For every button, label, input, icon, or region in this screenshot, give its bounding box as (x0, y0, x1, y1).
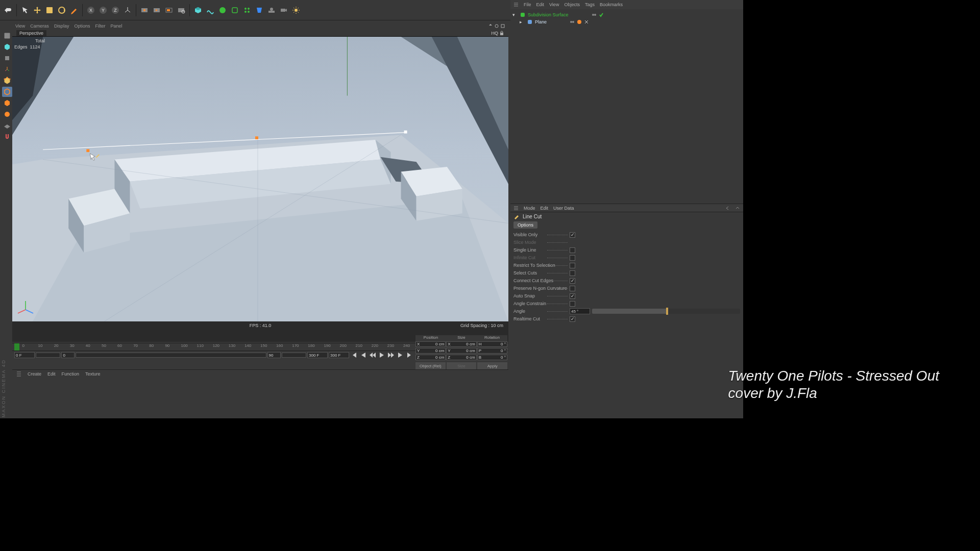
funcbar-create[interactable]: Create (28, 371, 41, 377)
prev-frame-button[interactable] (369, 352, 377, 359)
coord-size-select[interactable]: Size (447, 362, 477, 369)
om-menu-view[interactable]: View (549, 2, 559, 7)
object-row[interactable]: ▸Plane (512, 18, 741, 26)
am-up-icon[interactable] (735, 206, 740, 211)
timeline-track-start[interactable] (61, 352, 75, 358)
coord-rot-input[interactable]: P0 ° (477, 348, 507, 354)
array-button[interactable] (242, 5, 252, 15)
tree-toggle[interactable]: ▾ (512, 12, 518, 17)
prev-key-button[interactable] (359, 352, 368, 359)
render-region-button[interactable] (164, 5, 174, 15)
snap-button[interactable] (2, 132, 12, 142)
environment-button[interactable] (266, 5, 277, 15)
coord-size-input[interactable]: Z0 cm (446, 355, 476, 360)
coord-apply-button[interactable]: Apply (477, 362, 507, 369)
timeline-playhead[interactable] (14, 343, 19, 350)
timeline-end-input[interactable] (307, 352, 328, 358)
number-input[interactable] (570, 308, 590, 314)
last-tool[interactable] (69, 5, 79, 15)
scale-tool[interactable] (44, 5, 55, 15)
coord-pos-input[interactable]: Z0 cm (415, 355, 446, 360)
next-key-button[interactable] (396, 352, 404, 359)
visibility-tag[interactable] (591, 12, 597, 18)
model-mode-button[interactable] (2, 42, 12, 52)
am-expand-icon[interactable] (513, 206, 519, 211)
light-button[interactable] (291, 5, 301, 15)
subdivision-button[interactable] (230, 5, 240, 15)
am-menu-mode[interactable]: Mode (524, 206, 535, 211)
am-menu-userdata[interactable]: User Data (553, 206, 574, 211)
coord-pos-input[interactable]: Y0 cm (415, 348, 446, 354)
coord-size-input[interactable]: Y0 cm (446, 348, 476, 354)
funcbar-function[interactable]: Function (62, 371, 80, 377)
primitive-cube-button[interactable] (193, 5, 203, 15)
funcbar-texture[interactable]: Texture (85, 371, 101, 377)
viewport-hq-label[interactable]: HQ (492, 31, 499, 36)
timeline-start-input[interactable] (14, 352, 35, 358)
am-menu-edit[interactable]: Edit (541, 206, 549, 211)
checkbox[interactable] (570, 247, 575, 253)
timeline-fps-input[interactable] (329, 352, 349, 358)
object-name[interactable]: Subdivision Surface (528, 12, 569, 17)
vp-nav-icon[interactable] (488, 23, 505, 29)
am-back-icon[interactable] (725, 206, 730, 211)
axis-y-button[interactable]: Y (98, 5, 108, 15)
om-menu-file[interactable]: File (524, 2, 531, 7)
checkbox[interactable] (570, 270, 575, 276)
vp-menu-filter[interactable]: Filter (95, 23, 105, 29)
vp-menu-options[interactable]: Options (74, 23, 90, 29)
coord-mode-select[interactable]: Object (Rel) (415, 362, 446, 369)
render-settings-button[interactable] (176, 5, 186, 15)
polygon-mode-button[interactable] (2, 98, 12, 108)
make-editable-button[interactable] (2, 31, 12, 41)
render-pv-button[interactable] (152, 5, 162, 15)
point-mode-button[interactable] (2, 76, 12, 86)
timeline-track[interactable] (76, 353, 266, 358)
object-tree[interactable]: ▾Subdivision Surface▸Plane (510, 9, 743, 28)
phong-tag[interactable] (576, 19, 582, 25)
rotate-tool[interactable] (57, 5, 67, 15)
timeline-range-end[interactable] (282, 353, 306, 358)
checkbox[interactable] (570, 263, 575, 268)
undo-button[interactable] (3, 5, 13, 15)
slider[interactable] (592, 309, 740, 314)
vp-menu-cameras[interactable]: Cameras (30, 23, 49, 29)
next-frame-button[interactable] (387, 352, 395, 359)
object-mode-button[interactable] (2, 53, 12, 63)
object-name[interactable]: Plane (535, 19, 547, 24)
om-menu-edit[interactable]: Edit (536, 2, 545, 7)
generator-button[interactable] (217, 5, 228, 15)
move-tool[interactable] (32, 5, 42, 15)
om-menu-bookmarks[interactable]: Bookmarks (600, 2, 623, 7)
enable-tag[interactable] (598, 12, 604, 18)
checkbox[interactable] (570, 316, 575, 322)
vp-menu-display[interactable]: Display (54, 23, 69, 29)
spline-button[interactable] (205, 5, 215, 15)
checkbox[interactable] (570, 286, 575, 291)
object-row[interactable]: ▾Subdivision Surface (512, 11, 741, 18)
checkbox[interactable] (570, 255, 575, 261)
coord-pos-input[interactable]: X0 cm (415, 341, 446, 347)
timeline-range-start[interactable] (36, 353, 60, 358)
render-view-button[interactable] (139, 5, 150, 15)
coord-rot-input[interactable]: B0 ° (477, 355, 507, 360)
funcbar-edit[interactable]: Edit (47, 371, 56, 377)
deformer-button[interactable] (254, 5, 264, 15)
attribute-tab-options[interactable]: Options (513, 221, 537, 229)
goto-start-button[interactable] (350, 352, 358, 359)
om-menu-objects[interactable]: Objects (564, 2, 580, 7)
workplane-button[interactable] (2, 120, 12, 131)
edge-mode-button[interactable] (2, 87, 12, 97)
axis-x-button[interactable]: X (86, 5, 96, 15)
vp-menu-view[interactable]: View (15, 23, 25, 29)
om-menu-tags[interactable]: Tags (585, 2, 595, 7)
checkbox[interactable] (570, 301, 575, 307)
checkbox[interactable] (570, 293, 575, 299)
expand-icon[interactable] (16, 371, 21, 377)
goto-end-button[interactable] (405, 352, 413, 359)
viewport-3d[interactable] (12, 37, 508, 321)
select-tool[interactable] (20, 5, 30, 15)
timeline-track-end[interactable] (267, 352, 281, 358)
checkbox[interactable] (570, 278, 575, 284)
tree-toggle[interactable]: ▸ (520, 19, 525, 24)
